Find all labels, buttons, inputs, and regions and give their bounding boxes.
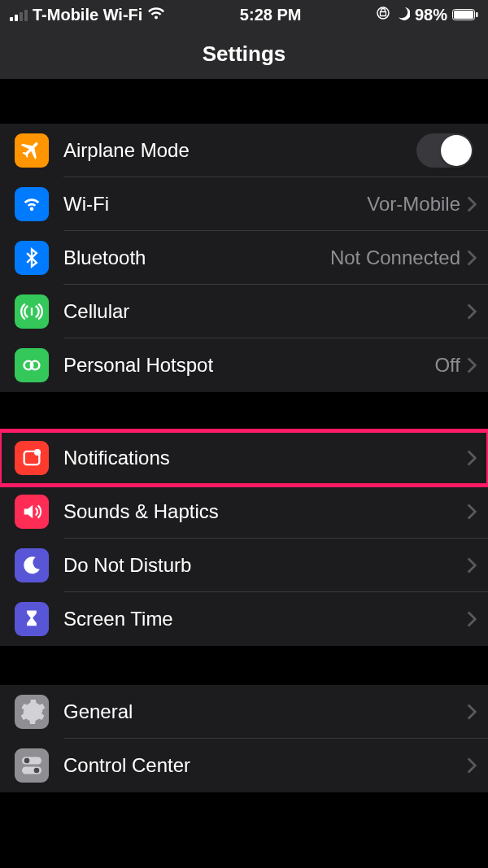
nav-header: Settings <box>0 29 488 80</box>
chevron-right-icon <box>467 450 477 466</box>
hotspot-icon <box>15 348 49 382</box>
sounds-icon <box>15 495 49 529</box>
row-general[interactable]: General <box>0 685 488 739</box>
orientation-lock-icon <box>376 6 390 24</box>
row-label: Airplane Mode <box>63 139 416 162</box>
row-label: Notifications <box>63 447 467 469</box>
dnd-moon-icon <box>395 6 410 24</box>
row-bluetooth[interactable]: Bluetooth Not Connected <box>0 231 488 285</box>
svg-point-9 <box>24 758 30 764</box>
gear-icon <box>15 695 49 729</box>
row-value: Vor-Mobile <box>367 193 460 216</box>
row-label: Do Not Disturb <box>63 554 467 577</box>
row-label: Wi-Fi <box>63 193 367 216</box>
row-personal-hotspot[interactable]: Personal Hotspot Off <box>0 338 488 392</box>
row-wifi[interactable]: Wi-Fi Vor-Mobile <box>0 177 488 231</box>
chevron-right-icon <box>467 704 477 720</box>
svg-rect-2 <box>454 11 473 19</box>
bluetooth-icon <box>15 241 49 275</box>
chevron-right-icon <box>467 357 477 373</box>
row-label: General <box>63 700 467 723</box>
row-control-center[interactable]: Control Center <box>0 739 488 792</box>
svg-rect-3 <box>476 12 478 17</box>
chevron-right-icon <box>467 196 477 212</box>
cellular-signal-icon <box>10 8 28 21</box>
battery-percent: 98% <box>415 6 447 24</box>
row-label: Sounds & Haptics <box>63 500 467 523</box>
row-sounds[interactable]: Sounds & Haptics <box>0 485 488 539</box>
row-label: Cellular <box>63 300 467 323</box>
svg-point-11 <box>34 768 40 774</box>
row-label: Screen Time <box>63 608 467 630</box>
chevron-right-icon <box>467 303 477 320</box>
row-value: Off <box>434 354 460 377</box>
settings-group-general: General Control Center <box>0 685 488 792</box>
status-time: 5:28 PM <box>240 6 302 24</box>
status-bar: T-Mobile Wi-Fi 5:28 PM 98% <box>0 0 488 29</box>
settings-group-attention: Notifications Sounds & Haptics Do Not Di… <box>0 431 488 646</box>
battery-icon <box>452 6 478 24</box>
row-label: Personal Hotspot <box>63 354 434 377</box>
row-dnd[interactable]: Do Not Disturb <box>0 539 488 592</box>
airplane-mode-toggle[interactable] <box>416 133 473 168</box>
chevron-right-icon <box>467 557 477 574</box>
cellular-icon <box>15 294 49 329</box>
switches-icon <box>15 748 49 783</box>
row-cellular[interactable]: Cellular <box>0 285 488 338</box>
chevron-right-icon <box>467 504 477 520</box>
carrier-label: T-Mobile Wi-Fi <box>33 6 142 24</box>
row-screen-time[interactable]: Screen Time <box>0 592 488 646</box>
row-label: Bluetooth <box>63 246 330 269</box>
settings-group-connectivity: Airplane Mode Wi-Fi Vor-Mobile Bluetooth… <box>0 124 488 392</box>
row-notifications[interactable]: Notifications <box>0 431 488 485</box>
wifi-settings-icon <box>15 187 49 221</box>
chevron-right-icon <box>467 757 477 774</box>
page-title: Settings <box>203 41 286 67</box>
notifications-icon <box>15 441 49 475</box>
svg-point-7 <box>34 449 41 456</box>
row-value: Not Connected <box>330 246 460 269</box>
airplane-icon <box>15 133 49 168</box>
moon-icon <box>15 548 49 582</box>
row-label: Control Center <box>63 754 467 777</box>
hourglass-icon <box>15 602 49 636</box>
wifi-icon <box>147 6 165 24</box>
chevron-right-icon <box>467 250 477 266</box>
row-airplane-mode[interactable]: Airplane Mode <box>0 124 488 177</box>
chevron-right-icon <box>467 611 477 627</box>
